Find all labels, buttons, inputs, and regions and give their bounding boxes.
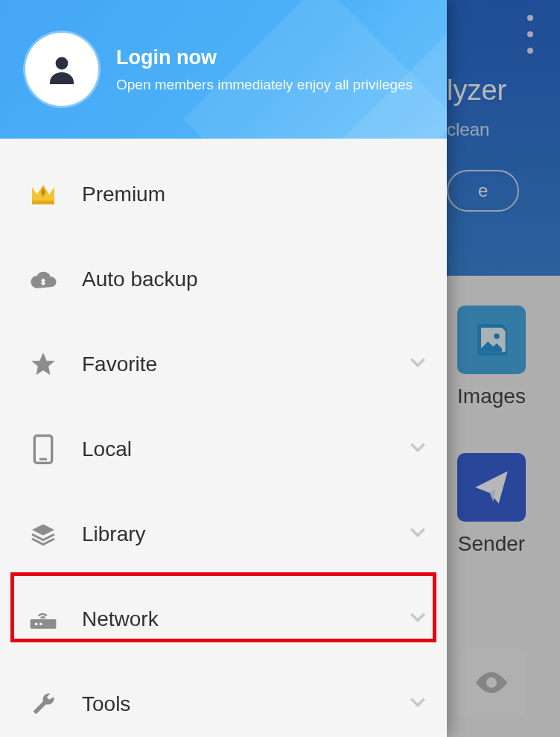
crown-icon bbox=[27, 178, 60, 211]
menu-item-local[interactable]: Local bbox=[0, 407, 447, 492]
chevron-down-icon bbox=[410, 613, 426, 626]
svg-point-2 bbox=[56, 57, 69, 70]
main-subtitle: clean bbox=[447, 119, 489, 140]
login-header[interactable]: Login now Open members immediately enjoy… bbox=[0, 0, 447, 139]
svg-point-8 bbox=[39, 622, 42, 625]
sender-label: Sender bbox=[447, 532, 536, 556]
menu-item-premium[interactable]: Premium bbox=[0, 152, 447, 237]
stack-icon bbox=[27, 518, 60, 551]
overflow-menu-icon[interactable] bbox=[527, 15, 533, 54]
network-icon bbox=[27, 603, 60, 636]
images-label: Images bbox=[447, 385, 536, 408]
menu-label: Library bbox=[82, 522, 410, 546]
main-action-button[interactable]: e bbox=[447, 170, 519, 212]
chevron-down-icon bbox=[410, 443, 426, 456]
eye-icon bbox=[457, 648, 526, 717]
login-title: Login now bbox=[116, 46, 413, 69]
avatar bbox=[25, 33, 98, 106]
drawer-menu: Premium Auto backup Favorite Local bbox=[0, 139, 447, 737]
menu-label: Local bbox=[82, 437, 410, 461]
images-tile[interactable]: Images bbox=[447, 306, 536, 408]
menu-label: Premium bbox=[82, 183, 426, 206]
svg-point-0 bbox=[494, 334, 499, 339]
main-title: lyzer bbox=[447, 75, 506, 107]
chevron-down-icon bbox=[410, 528, 426, 541]
chevron-down-icon bbox=[410, 698, 426, 711]
person-icon bbox=[44, 51, 80, 87]
paper-plane-icon bbox=[457, 453, 526, 522]
phone-icon bbox=[27, 433, 60, 466]
menu-item-library[interactable]: Library bbox=[0, 492, 447, 577]
star-icon bbox=[27, 348, 60, 381]
cloud-tile[interactable] bbox=[447, 648, 536, 727]
menu-label: Favorite bbox=[82, 352, 410, 376]
sender-tile[interactable]: Sender bbox=[447, 453, 536, 556]
menu-item-favorite[interactable]: Favorite bbox=[0, 322, 447, 407]
menu-label: Network bbox=[82, 607, 410, 631]
menu-item-network[interactable]: Network bbox=[0, 577, 447, 662]
navigation-drawer: Login now Open members immediately enjoy… bbox=[0, 0, 447, 737]
cloud-icon bbox=[27, 263, 60, 296]
wrench-icon bbox=[27, 688, 60, 721]
image-icon bbox=[457, 306, 526, 374]
login-subtitle: Open members immediately enjoy all privi… bbox=[116, 77, 413, 93]
menu-item-auto-backup[interactable]: Auto backup bbox=[0, 237, 447, 322]
svg-rect-6 bbox=[31, 619, 57, 629]
menu-label: Auto backup bbox=[82, 268, 426, 291]
menu-item-tools[interactable]: Tools bbox=[0, 662, 447, 737]
chevron-down-icon bbox=[410, 358, 426, 371]
menu-label: Tools bbox=[82, 692, 410, 716]
svg-point-7 bbox=[35, 622, 38, 625]
svg-rect-5 bbox=[39, 458, 47, 461]
svg-point-1 bbox=[486, 677, 497, 688]
svg-rect-3 bbox=[32, 200, 54, 204]
